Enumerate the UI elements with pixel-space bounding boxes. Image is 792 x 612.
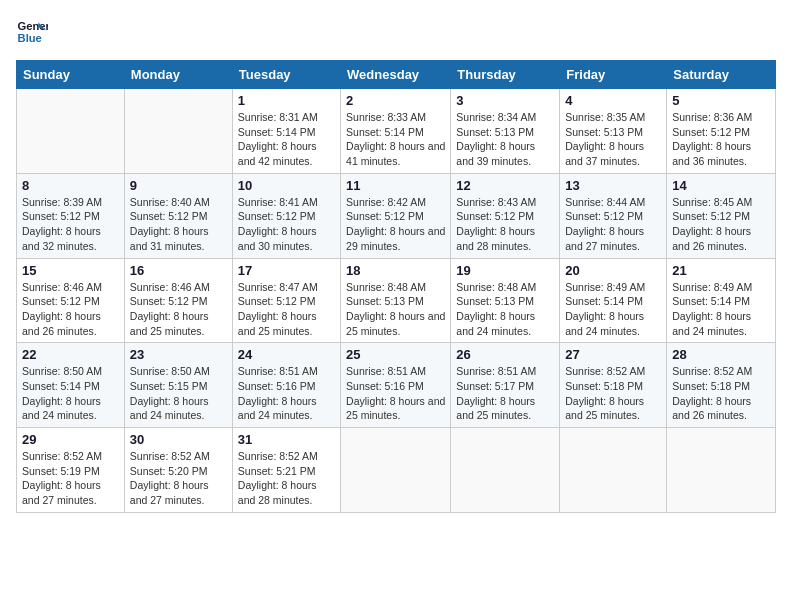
day-info: Sunrise: 8:41 AMSunset: 5:12 PMDaylight:… — [238, 196, 318, 252]
day-info: Sunrise: 8:35 AMSunset: 5:13 PMDaylight:… — [565, 111, 645, 167]
calendar-week-5: 29 Sunrise: 8:52 AMSunset: 5:19 PMDaylig… — [17, 428, 776, 513]
day-cell-18: 18 Sunrise: 8:48 AMSunset: 5:13 PMDaylig… — [341, 258, 451, 343]
day-number: 4 — [565, 93, 661, 108]
day-info: Sunrise: 8:31 AMSunset: 5:14 PMDaylight:… — [238, 111, 318, 167]
day-number: 9 — [130, 178, 227, 193]
day-cell-5: 5 Sunrise: 8:36 AMSunset: 5:12 PMDayligh… — [667, 89, 776, 174]
day-number: 29 — [22, 432, 119, 447]
empty-cell — [124, 89, 232, 174]
day-cell-4: 4 Sunrise: 8:35 AMSunset: 5:13 PMDayligh… — [560, 89, 667, 174]
day-cell-20: 20 Sunrise: 8:49 AMSunset: 5:14 PMDaylig… — [560, 258, 667, 343]
day-number: 10 — [238, 178, 335, 193]
day-info: Sunrise: 8:50 AMSunset: 5:15 PMDaylight:… — [130, 365, 210, 421]
day-info: Sunrise: 8:42 AMSunset: 5:12 PMDaylight:… — [346, 196, 445, 252]
day-info: Sunrise: 8:46 AMSunset: 5:12 PMDaylight:… — [22, 281, 102, 337]
day-header-sunday: Sunday — [17, 61, 125, 89]
day-number: 22 — [22, 347, 119, 362]
day-cell-8: 8 Sunrise: 8:39 AMSunset: 5:12 PMDayligh… — [17, 173, 125, 258]
day-cell-19: 19 Sunrise: 8:48 AMSunset: 5:13 PMDaylig… — [451, 258, 560, 343]
day-info: Sunrise: 8:52 AMSunset: 5:21 PMDaylight:… — [238, 450, 318, 506]
day-header-tuesday: Tuesday — [232, 61, 340, 89]
day-number: 14 — [672, 178, 770, 193]
day-number: 20 — [565, 263, 661, 278]
day-cell-9: 9 Sunrise: 8:40 AMSunset: 5:12 PMDayligh… — [124, 173, 232, 258]
day-info: Sunrise: 8:51 AMSunset: 5:17 PMDaylight:… — [456, 365, 536, 421]
day-info: Sunrise: 8:51 AMSunset: 5:16 PMDaylight:… — [238, 365, 318, 421]
day-cell-10: 10 Sunrise: 8:41 AMSunset: 5:12 PMDaylig… — [232, 173, 340, 258]
day-info: Sunrise: 8:48 AMSunset: 5:13 PMDaylight:… — [346, 281, 445, 337]
day-number: 13 — [565, 178, 661, 193]
day-cell-14: 14 Sunrise: 8:45 AMSunset: 5:12 PMDaylig… — [667, 173, 776, 258]
day-cell-30: 30 Sunrise: 8:52 AMSunset: 5:20 PMDaylig… — [124, 428, 232, 513]
day-cell-15: 15 Sunrise: 8:46 AMSunset: 5:12 PMDaylig… — [17, 258, 125, 343]
day-number: 23 — [130, 347, 227, 362]
day-number: 2 — [346, 93, 445, 108]
day-info: Sunrise: 8:52 AMSunset: 5:20 PMDaylight:… — [130, 450, 210, 506]
day-number: 24 — [238, 347, 335, 362]
day-cell-28: 28 Sunrise: 8:52 AMSunset: 5:18 PMDaylig… — [667, 343, 776, 428]
day-info: Sunrise: 8:33 AMSunset: 5:14 PMDaylight:… — [346, 111, 445, 167]
day-info: Sunrise: 8:34 AMSunset: 5:13 PMDaylight:… — [456, 111, 536, 167]
day-cell-21: 21 Sunrise: 8:49 AMSunset: 5:14 PMDaylig… — [667, 258, 776, 343]
day-header-friday: Friday — [560, 61, 667, 89]
day-number: 28 — [672, 347, 770, 362]
day-cell-25: 25 Sunrise: 8:51 AMSunset: 5:16 PMDaylig… — [341, 343, 451, 428]
day-cell-13: 13 Sunrise: 8:44 AMSunset: 5:12 PMDaylig… — [560, 173, 667, 258]
day-cell-2: 2 Sunrise: 8:33 AMSunset: 5:14 PMDayligh… — [341, 89, 451, 174]
day-number: 1 — [238, 93, 335, 108]
day-cell-23: 23 Sunrise: 8:50 AMSunset: 5:15 PMDaylig… — [124, 343, 232, 428]
day-header-thursday: Thursday — [451, 61, 560, 89]
day-number: 30 — [130, 432, 227, 447]
empty-cell — [560, 428, 667, 513]
empty-cell — [17, 89, 125, 174]
day-header-saturday: Saturday — [667, 61, 776, 89]
logo-icon: General Blue — [16, 16, 48, 48]
day-cell-3: 3 Sunrise: 8:34 AMSunset: 5:13 PMDayligh… — [451, 89, 560, 174]
day-info: Sunrise: 8:44 AMSunset: 5:12 PMDaylight:… — [565, 196, 645, 252]
logo: General Blue — [16, 16, 52, 48]
day-info: Sunrise: 8:49 AMSunset: 5:14 PMDaylight:… — [672, 281, 752, 337]
day-number: 3 — [456, 93, 554, 108]
day-number: 11 — [346, 178, 445, 193]
day-cell-27: 27 Sunrise: 8:52 AMSunset: 5:18 PMDaylig… — [560, 343, 667, 428]
day-info: Sunrise: 8:52 AMSunset: 5:18 PMDaylight:… — [672, 365, 752, 421]
day-cell-26: 26 Sunrise: 8:51 AMSunset: 5:17 PMDaylig… — [451, 343, 560, 428]
page-header: General Blue — [16, 16, 776, 48]
day-cell-12: 12 Sunrise: 8:43 AMSunset: 5:12 PMDaylig… — [451, 173, 560, 258]
day-info: Sunrise: 8:47 AMSunset: 5:12 PMDaylight:… — [238, 281, 318, 337]
day-header-monday: Monday — [124, 61, 232, 89]
empty-cell — [341, 428, 451, 513]
day-cell-1: 1 Sunrise: 8:31 AMSunset: 5:14 PMDayligh… — [232, 89, 340, 174]
day-info: Sunrise: 8:45 AMSunset: 5:12 PMDaylight:… — [672, 196, 752, 252]
day-info: Sunrise: 8:49 AMSunset: 5:14 PMDaylight:… — [565, 281, 645, 337]
day-info: Sunrise: 8:39 AMSunset: 5:12 PMDaylight:… — [22, 196, 102, 252]
day-number: 17 — [238, 263, 335, 278]
calendar-table: SundayMondayTuesdayWednesdayThursdayFrid… — [16, 60, 776, 513]
day-number: 8 — [22, 178, 119, 193]
day-header-wednesday: Wednesday — [341, 61, 451, 89]
day-number: 12 — [456, 178, 554, 193]
day-cell-17: 17 Sunrise: 8:47 AMSunset: 5:12 PMDaylig… — [232, 258, 340, 343]
empty-cell — [667, 428, 776, 513]
day-info: Sunrise: 8:43 AMSunset: 5:12 PMDaylight:… — [456, 196, 536, 252]
svg-text:Blue: Blue — [18, 32, 42, 44]
day-cell-16: 16 Sunrise: 8:46 AMSunset: 5:12 PMDaylig… — [124, 258, 232, 343]
day-cell-31: 31 Sunrise: 8:52 AMSunset: 5:21 PMDaylig… — [232, 428, 340, 513]
day-info: Sunrise: 8:36 AMSunset: 5:12 PMDaylight:… — [672, 111, 752, 167]
day-number: 26 — [456, 347, 554, 362]
day-info: Sunrise: 8:46 AMSunset: 5:12 PMDaylight:… — [130, 281, 210, 337]
day-number: 15 — [22, 263, 119, 278]
day-cell-24: 24 Sunrise: 8:51 AMSunset: 5:16 PMDaylig… — [232, 343, 340, 428]
empty-cell — [451, 428, 560, 513]
day-info: Sunrise: 8:52 AMSunset: 5:19 PMDaylight:… — [22, 450, 102, 506]
svg-text:General: General — [18, 20, 48, 32]
day-number: 5 — [672, 93, 770, 108]
day-number: 16 — [130, 263, 227, 278]
day-number: 19 — [456, 263, 554, 278]
calendar-week-3: 15 Sunrise: 8:46 AMSunset: 5:12 PMDaylig… — [17, 258, 776, 343]
day-info: Sunrise: 8:40 AMSunset: 5:12 PMDaylight:… — [130, 196, 210, 252]
day-number: 31 — [238, 432, 335, 447]
calendar-week-4: 22 Sunrise: 8:50 AMSunset: 5:14 PMDaylig… — [17, 343, 776, 428]
day-info: Sunrise: 8:50 AMSunset: 5:14 PMDaylight:… — [22, 365, 102, 421]
day-number: 25 — [346, 347, 445, 362]
